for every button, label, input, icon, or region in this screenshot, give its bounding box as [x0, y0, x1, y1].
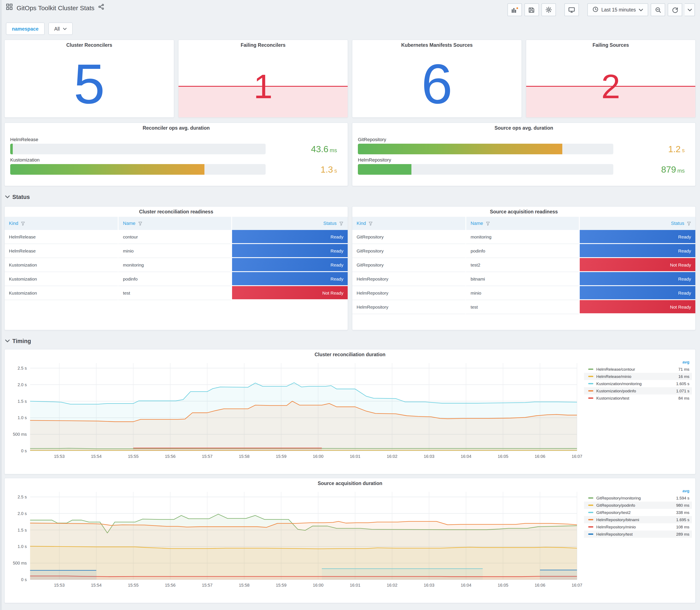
bar-gauge-value: 43.6ms	[266, 144, 342, 154]
svg-text:16:01: 16:01	[350, 583, 360, 588]
table-row: GitRepositorytest2Not Ready	[352, 258, 695, 272]
cell-name: monitoring	[466, 230, 579, 244]
bar-gauge-unit: ms	[330, 147, 337, 153]
time-range-picker[interactable]: Last 15 minutes	[587, 3, 648, 16]
svg-text:2.0 s: 2.0 s	[18, 382, 27, 387]
stat-value: 5	[74, 56, 105, 112]
legend-item[interactable]: HelmRepository/test289 ms	[584, 530, 692, 538]
variable-label-namespace[interactable]: namespace	[6, 22, 45, 35]
table-row: KustomizationtestNot Ready	[5, 286, 348, 300]
legend-series-avg: 84 ms	[678, 396, 689, 400]
table-row: HelmReleaseminioReady	[5, 244, 348, 258]
column-header-kind[interactable]: Kind	[352, 217, 466, 230]
variable-label-text: namespace	[12, 26, 38, 31]
legend-item[interactable]: GitRepository/podinfo980 ms	[584, 502, 692, 509]
svg-text:15:57: 15:57	[202, 454, 212, 459]
legend-series-name: Kustomization/podinfo	[596, 388, 676, 393]
panel-title[interactable]: Source acquisition duration	[5, 478, 695, 488]
column-header-name[interactable]: Name	[118, 217, 231, 230]
zoom-out-icon[interactable]	[651, 3, 665, 16]
legend-series-name: HelmRelease/contour	[596, 367, 678, 371]
panel-title[interactable]: Cluster Reconcilers	[5, 40, 174, 50]
clock-icon	[592, 6, 599, 13]
gauges-row: Reconciler ops avg. durationHelmRelease4…	[4, 123, 696, 186]
svg-text:2.5 s: 2.5 s	[18, 495, 27, 499]
svg-text:16:02: 16:02	[387, 583, 397, 588]
panel-title[interactable]: Kubernetes Manifests Sources	[352, 40, 521, 50]
panel-title[interactable]: Cluster reconciliation duration	[5, 349, 695, 359]
legend-item[interactable]: Kustomization/test84 ms	[584, 395, 692, 402]
timing-section-header[interactable]: Timing	[5, 336, 696, 346]
column-header-label: Kind	[357, 217, 366, 230]
legend-series-swatch	[588, 369, 593, 370]
column-header-status[interactable]: Status	[579, 217, 695, 230]
table-header: KindNameStatus	[5, 217, 348, 230]
column-header-status[interactable]: Status	[231, 217, 348, 230]
cell-name: test	[118, 286, 231, 300]
timeseries-panel: Cluster reconciliation duration0 s500 ms…	[4, 349, 696, 475]
panel-title[interactable]: Failing Reconcilers	[179, 40, 348, 50]
stat-value: 1	[254, 70, 273, 104]
bar-gauge-track	[358, 164, 613, 175]
stat-panel: Cluster Reconcilers5	[4, 39, 174, 118]
legend-series-swatch	[588, 497, 593, 499]
add-panel-button[interactable]	[507, 3, 522, 16]
svg-text:15:55: 15:55	[128, 454, 139, 459]
legend-series-swatch	[588, 519, 593, 520]
bar-gauge-unit: s	[334, 167, 337, 174]
dashboard-root: GitOps Toolkit Cluster Stats	[0, 0, 700, 610]
legend-item[interactable]: HelmRepository/minio108 ms	[584, 523, 692, 530]
cycle-view-icon[interactable]	[565, 3, 579, 16]
panel-title[interactable]: Source acquisition readiness	[352, 207, 695, 217]
chevron-down-icon	[5, 195, 10, 198]
legend-item[interactable]: HelmRelease/minio16 ms	[584, 373, 692, 380]
svg-text:16:07: 16:07	[572, 583, 582, 588]
refresh-interval-dropdown[interactable]	[685, 3, 695, 16]
column-header-kind[interactable]: Kind	[5, 217, 118, 230]
table-row: HelmReleasecontourReady	[5, 230, 348, 244]
column-header-label: Name	[123, 217, 135, 230]
svg-text:15:54: 15:54	[91, 454, 101, 459]
status-section-header[interactable]: Status	[5, 192, 696, 202]
legend-series-name: HelmRepository/test	[596, 532, 676, 536]
status-badge: Ready	[231, 272, 348, 286]
bar-gauge-unit: ms	[677, 167, 685, 174]
svg-text:15:53: 15:53	[54, 454, 65, 459]
panel-title[interactable]: Cluster reconciliation readiness	[5, 207, 348, 217]
table-row: KustomizationpodinfoReady	[5, 272, 348, 286]
legend-item[interactable]: Kustomization/podinfo1.071 s	[584, 387, 692, 395]
table-row: HelmRepositorytestNot Ready	[352, 300, 695, 314]
gear-icon[interactable]	[541, 3, 556, 16]
save-dashboard-button[interactable]	[524, 3, 539, 16]
panel-title[interactable]: Source ops avg. duration	[352, 123, 695, 133]
legend-item[interactable]: HelmRelease/contour71 ms	[584, 366, 692, 373]
legend-series-avg: 1.695 s	[676, 517, 689, 522]
column-header-name[interactable]: Name	[466, 217, 579, 230]
variables-row: namespace All	[6, 22, 695, 35]
legend-series-avg: 108 ms	[676, 525, 689, 529]
legend-item[interactable]: GitRepository/test2338 ms	[584, 509, 692, 516]
panel-title[interactable]: Reconciler ops avg. duration	[5, 123, 348, 133]
variable-value-dropdown[interactable]: All	[48, 22, 73, 35]
refresh-icon[interactable]	[668, 3, 682, 16]
share-icon[interactable]	[98, 4, 104, 12]
bar-gauge-fill	[10, 164, 205, 175]
panel-title[interactable]: Failing Sources	[526, 40, 695, 50]
cell-name: bitnami	[466, 272, 579, 286]
bar-gauge-bar: 1.3s	[10, 164, 342, 175]
status-badge: Ready	[231, 258, 348, 272]
legend-item[interactable]: Kustomization/monitoring1.605 s	[584, 380, 692, 387]
stat-panel: Failing Sources2	[526, 39, 696, 118]
legend-item[interactable]: HelmRepository/bitnami1.695 s	[584, 516, 692, 523]
bar-gauge-row: GitRepository1.2s	[358, 137, 690, 154]
stat-value: 6	[421, 56, 453, 112]
svg-text:16:00: 16:00	[313, 583, 323, 588]
legend-series-avg: 1.071 s	[676, 388, 689, 393]
cell-name: minio	[466, 286, 579, 300]
cell-kind: HelmRepository	[352, 300, 466, 314]
legend-item[interactable]: GitRepository/monitoring1.594 s	[584, 494, 692, 502]
legend-avg-header: avg	[584, 359, 692, 366]
bar-gauge-label: Kustomization	[10, 157, 342, 162]
legend-series-name: GitRepository/monitoring	[596, 496, 676, 500]
cell-kind: HelmRelease	[5, 244, 118, 258]
